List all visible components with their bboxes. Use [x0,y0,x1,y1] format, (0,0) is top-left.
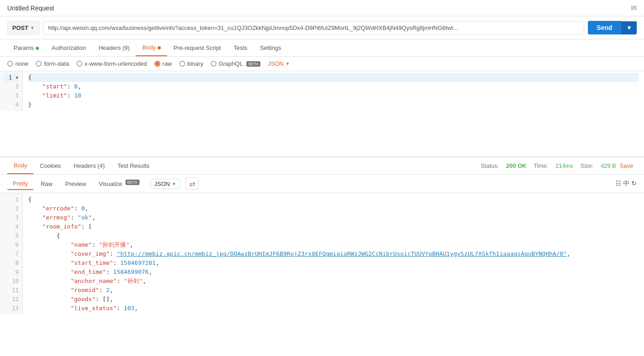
code-line: "end_time": 1584699076, [28,268,639,277]
tab-body[interactable]: Body [136,39,167,56]
response-tab-headers[interactable]: Headers (4) [67,158,111,174]
tab-settings[interactable]: Settings [254,40,288,56]
send-arrow-button[interactable]: ▼ [621,21,637,34]
save-response-button[interactable]: Save [616,161,637,171]
radio-raw-circle [154,61,160,67]
radio-raw[interactable]: raw [154,60,172,67]
grid-icon[interactable]: ☷ [615,180,621,188]
send-main-button[interactable]: Send [588,21,621,34]
radio-graphql[interactable]: GraphQL BETA [211,60,260,67]
code-line: "room_info": [ [28,222,639,231]
url-bar: POST ▼ Send ▼ [0,16,644,39]
toolbar-icons: ☷ 中 ↻ [615,180,637,188]
response-code: { "errcode": 0, "errmsg": "ok", "room_in… [23,193,644,315]
response-tabs-bar: Body Cookies Headers (4) Test Results St… [0,157,644,175]
send-button[interactable]: Send ▼ [588,21,637,34]
radio-urlencoded[interactable]: x-www-form-urlencoded [77,60,147,67]
code-line: "live_status": 103, [28,304,639,313]
status-info: Status: 200 OK Time: 214ms Size: 429 B [481,162,616,169]
code-line: "limit": 10 [28,91,639,100]
radio-urlencoded-circle [77,61,82,67]
params-dot [36,47,39,50]
graphql-beta-badge: BETA [246,61,260,67]
radio-binary-circle [179,61,185,67]
page-title: Untitled Request [7,5,54,12]
response-editor[interactable]: 1 2 3 4 5 6 7 8 9 10 11 12 13 { "errcode… [0,193,644,352]
url-input[interactable] [43,21,584,34]
title-bar: Untitled Request ✉ [0,0,644,16]
response-json-select[interactable]: JSON ▼ [150,179,181,189]
tab-prerequest[interactable]: Pre-request Script [167,40,227,56]
json-format-select[interactable]: JSON ▼ [268,60,290,67]
code-line: "anchor_name": "孙剑", [28,277,639,286]
code-line: "start": 0, [28,82,639,91]
radio-graphql-circle [211,61,216,67]
format-tab-preview[interactable]: Preview [60,178,91,190]
response-tab-body[interactable]: Body [7,157,34,174]
radio-binary[interactable]: binary [179,60,203,67]
json-chevron-icon: ▼ [285,61,290,66]
radio-none[interactable]: none [7,60,29,67]
body-options: none form-data x-www-form-urlencoded raw… [0,57,644,71]
code-line: "start_time": 1584697281, [28,258,639,268]
response-format-bar: Pretty Raw Preview Visualize BETA JSON ▼… [0,175,644,193]
format-tab-raw[interactable]: Raw [35,178,58,190]
request-tabs: Params Authorization Headers (9) Body Pr… [0,39,644,57]
radio-none-circle [7,61,13,67]
code-line: { [28,231,639,240]
radio-formdata-circle [36,61,42,67]
center-icon[interactable]: 中 [623,180,630,188]
tab-tests[interactable]: Tests [227,40,254,56]
code-line: "name": "孙剑开播", [28,240,639,249]
code-line: { [28,195,639,204]
radio-formdata[interactable]: form-data [36,60,69,67]
tab-headers[interactable]: Headers (9) [92,40,136,56]
code-line: "errcode": 0, [28,204,639,213]
message-icon: ✉ [631,4,637,12]
request-line-numbers: 1 ▾ 2 3 4 [0,71,23,111]
method-label: POST [12,24,28,31]
format-tab-pretty[interactable]: Pretty [7,178,34,190]
response-tab-cookies[interactable]: Cookies [34,158,67,174]
code-line: "cover_img": "http://mmbiz.qpic.cn/mmbiz… [28,249,639,258]
wrap-button[interactable]: ⇄ [186,177,198,190]
request-editor: 1 ▾ 2 3 4 { "start": 0, "limit": 10 } [0,71,644,157]
code-line: "goods": [], [28,295,639,304]
method-chevron-icon: ▼ [30,25,34,30]
format-tab-visualize[interactable]: Visualize BETA [93,178,144,190]
response-line-numbers: 1 2 3 4 5 6 7 8 9 10 11 12 13 [0,193,23,315]
undo-icon[interactable]: ↻ [631,180,637,188]
request-code[interactable]: { "start": 0, "limit": 10 } [23,71,644,111]
tab-params[interactable]: Params [7,40,45,56]
code-line: { [28,73,639,82]
method-select[interactable]: POST ▼ [7,21,39,34]
tab-authorization[interactable]: Authorization [45,40,92,56]
response-tab-testresults[interactable]: Test Results [111,158,156,174]
code-line: "roomid": 2, [28,286,639,295]
wrap-icon: ⇄ [189,180,195,188]
body-dot [158,46,161,49]
code-line: } [28,100,639,109]
code-line: "errmsg": "ok", [28,213,639,222]
response-json-chevron-icon: ▼ [172,181,176,186]
visualize-beta-badge: BETA [125,180,139,185]
